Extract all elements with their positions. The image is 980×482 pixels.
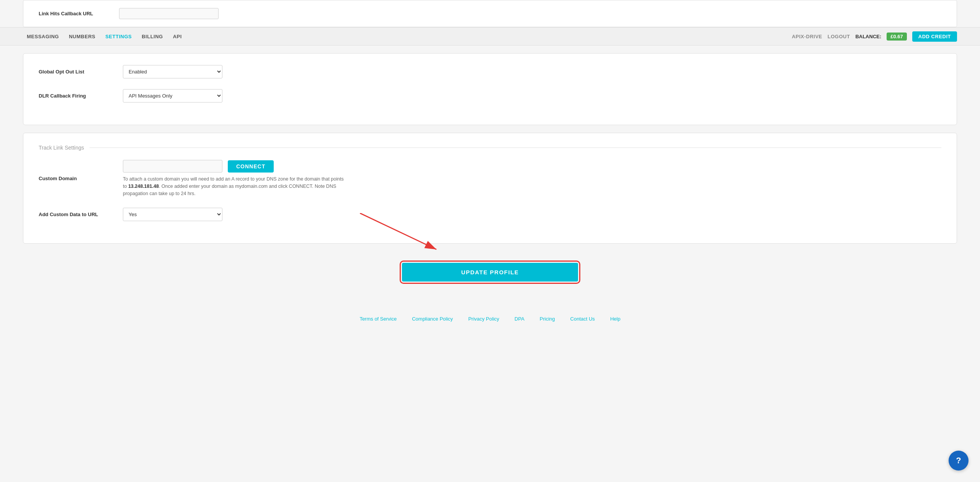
custom-data-select[interactable]: Yes No [123,208,222,221]
apix-drive-label: APIX-DRIVE [792,34,822,39]
logout-link[interactable]: LOGOUT [828,34,850,39]
balance-label: BALANCE: [855,34,881,39]
dlr-callback-select[interactable]: API Messages Only All Messages [123,89,222,103]
footer-dpa[interactable]: DPA [514,316,524,322]
footer-privacy[interactable]: Privacy Policy [468,316,499,322]
main-content: Global Opt Out List Enabled Disabled DLR… [0,46,980,305]
footer-compliance[interactable]: Compliance Policy [412,316,453,322]
dlr-callback-control: API Messages Only All Messages [123,89,222,103]
link-hits-input[interactable] [119,8,219,19]
nav-messaging[interactable]: MESSAGING [23,28,63,45]
footer-terms[interactable]: Terms of Service [359,316,397,322]
settings-card-1: Global Opt Out List Enabled Disabled DLR… [23,53,957,125]
nav-settings[interactable]: SETTINGS [101,28,136,45]
global-opt-out-control: Enabled Disabled [123,65,222,78]
dlr-callback-label: DLR Callback Firing [39,93,123,99]
connect-button[interactable]: CONNECT [228,160,274,173]
nav-left: MESSAGING NUMBERS SETTINGS BILLING API [23,28,186,45]
add-credit-button[interactable]: ADD CREDIT [912,31,957,42]
custom-domain-label: Custom Domain [39,176,123,181]
custom-data-control: Yes No [123,208,222,221]
navbar: MESSAGING NUMBERS SETTINGS BILLING API A… [0,27,980,46]
nav-api[interactable]: API [169,28,186,45]
footer-help[interactable]: Help [610,316,621,322]
domain-input-row: CONNECT [123,160,345,173]
global-opt-out-row: Global Opt Out List Enabled Disabled [39,65,941,78]
custom-domain-row: Custom Domain CONNECT To attach a custom… [39,160,941,197]
link-hits-label: Link Hits Callback URL [39,11,108,16]
update-profile-wrapper: UPDATE PROFILE [23,251,957,289]
custom-domain-section: CONNECT To attach a custom domain you wi… [123,160,345,197]
global-opt-out-label: Global Opt Out List [39,69,123,75]
section-title-wrapper: Track Link Settings [39,145,941,151]
footer-contact[interactable]: Contact Us [570,316,595,322]
footer-pricing[interactable]: Pricing [540,316,555,322]
dlr-callback-row: DLR Callback Firing API Messages Only Al… [39,89,941,103]
update-profile-button[interactable]: UPDATE PROFILE [402,263,578,282]
domain-helper-text: To attach a custom domain you will need … [123,176,345,197]
nav-right: APIX-DRIVE LOGOUT BALANCE: £0.67 ADD CRE… [792,31,957,42]
custom-data-label: Add Custom Data to URL [39,212,123,217]
track-link-card: Track Link Settings Custom Domain CONNEC… [23,133,957,244]
custom-data-row: Add Custom Data to URL Yes No [39,208,941,221]
section-title: Track Link Settings [39,145,90,151]
global-opt-out-select[interactable]: Enabled Disabled [123,65,222,78]
custom-domain-input[interactable] [123,160,222,173]
balance-value: £0.67 [887,33,907,41]
link-hits-card: Link Hits Callback URL [23,0,957,27]
nav-numbers[interactable]: NUMBERS [65,28,99,45]
nav-billing[interactable]: BILLING [138,28,167,45]
footer: Terms of Service Compliance Policy Priva… [0,305,980,329]
